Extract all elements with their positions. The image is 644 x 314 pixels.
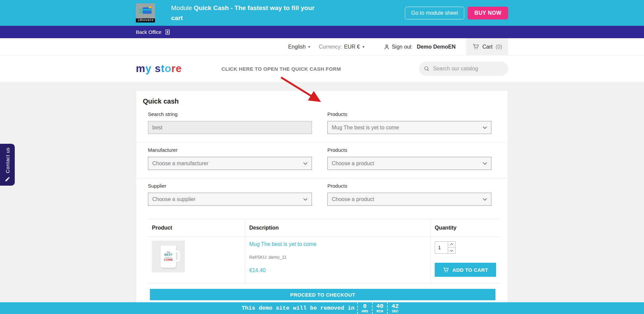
- module-header-bar: idnovate Module Quick Cash - The fastest…: [0, 0, 644, 26]
- quantity-increase-button[interactable]: [448, 241, 455, 248]
- sign-out-link[interactable]: Sign out: [384, 38, 412, 55]
- countdown-hours-unit: HRS: [362, 309, 368, 313]
- quick-cash-panel: Quick cash Search string Products Mug Th…: [136, 90, 508, 306]
- search-icon: [424, 66, 430, 72]
- form-row-manufacturer: Manufacturer Choose a manufacturer Produ…: [136, 142, 508, 178]
- back-office-bar: Back Office: [0, 26, 644, 38]
- product-image-cell: THE BEST IS YET TO COME: [148, 237, 245, 284]
- idnovate-logo-label: idnovate: [136, 18, 155, 22]
- countdown-minutes-value: 40: [376, 304, 384, 309]
- product-image[interactable]: THE BEST IS YET TO COME: [152, 241, 185, 272]
- countdown-minutes: 40 MIN: [372, 302, 387, 314]
- manufacturer-label: Manufacturer: [148, 147, 312, 153]
- form-row-search: Search string Products Mug The best is y…: [136, 107, 508, 142]
- user-name-link[interactable]: Demo DemoEN: [417, 38, 456, 55]
- store-header: my store CLICK HERE TO OPEN THE QUICK CA…: [0, 56, 644, 82]
- credit-card-icon: [139, 6, 152, 16]
- countdown-timer: 0 HRS 40 MIN 42 SEC: [357, 302, 402, 314]
- countdown-hours-value: 0: [362, 304, 368, 309]
- search-string-input[interactable]: [148, 121, 312, 134]
- product-description-cell: Mug The best is yet to come Ref/SKU: dem…: [245, 237, 431, 284]
- countdown-seconds-unit: SEC: [391, 309, 399, 313]
- quantity-stepper: [448, 241, 455, 254]
- go-to-module-sheet-button[interactable]: Go to module sheet: [405, 7, 465, 19]
- countdown-seconds-value: 42: [391, 304, 399, 309]
- cart-icon: [472, 43, 479, 50]
- chevron-down-icon: [450, 248, 453, 252]
- quick-cash-title: Quick cash: [143, 98, 508, 105]
- demo-countdown-bar: This demo site will be removed in 0 HRS …: [0, 302, 644, 314]
- chevron-down-icon: [483, 162, 487, 165]
- mug-graphic: THE BEST IS YET TO COME: [161, 246, 176, 268]
- products-label-1: Products: [327, 111, 491, 117]
- chevron-down-icon: [303, 162, 308, 165]
- caret-down-icon: ▾: [308, 45, 310, 49]
- module-title-prefix: Module: [171, 4, 194, 11]
- store-logo[interactable]: my store: [136, 63, 182, 75]
- mug-text: BEST: [164, 253, 172, 257]
- caret-down-icon: ▾: [363, 45, 364, 49]
- products-select-1[interactable]: Mug The best is yet to come: [327, 121, 491, 134]
- products-select-2[interactable]: Choose a product: [327, 157, 491, 170]
- product-quantity-cell: ADD TO CART: [431, 237, 500, 284]
- idnovate-logo: idnovate: [136, 3, 155, 22]
- mug-text: COME: [164, 258, 173, 262]
- cart-count: (0): [495, 44, 502, 50]
- currency-selector[interactable]: Currency: EUR € ▾: [319, 38, 364, 55]
- products-select-3[interactable]: Choose a product: [327, 193, 491, 206]
- module-title: Module Quick Cash - The fastest way to f…: [171, 3, 325, 23]
- contact-us-label: Contact us: [5, 147, 10, 173]
- products-select-1-value: Mug The best is yet to come: [332, 125, 399, 131]
- proceed-to-checkout-button[interactable]: PROCEED TO CHECKOUT: [150, 289, 495, 300]
- cart-button[interactable]: Cart (0): [466, 38, 508, 55]
- quantity-input[interactable]: [435, 241, 448, 254]
- column-header-quantity: Quantity: [431, 219, 500, 237]
- cart-label: Cart: [482, 44, 492, 50]
- products-select-2-value: Choose a product: [332, 161, 374, 167]
- add-to-cart-button[interactable]: ADD TO CART: [435, 263, 496, 277]
- language-label: English: [288, 44, 306, 50]
- buy-now-button[interactable]: BUY NOW: [468, 7, 508, 19]
- back-office-link[interactable]: Back Office: [136, 29, 161, 35]
- column-header-description: Description: [245, 219, 431, 237]
- add-to-cart-label: ADD TO CART: [452, 267, 488, 273]
- form-row-supplier: Supplier Choose a supplier Products Choo…: [136, 178, 508, 214]
- user-icon: [384, 44, 390, 50]
- countdown-hours: 0 HRS: [357, 302, 372, 314]
- products-label-3: Products: [327, 183, 491, 189]
- countdown-seconds: 42 SEC: [387, 302, 402, 314]
- manufacturer-select[interactable]: Choose a manufacturer: [148, 157, 312, 170]
- pencil-icon: [5, 176, 10, 182]
- demo-message: This demo site will be removed in: [241, 305, 355, 311]
- chevron-down-icon: [303, 198, 308, 201]
- supplier-select[interactable]: Choose a supplier: [148, 193, 312, 206]
- search-string-label: Search string: [148, 111, 312, 117]
- product-ref: Ref/SKU: demo_11: [249, 255, 426, 260]
- product-name-link[interactable]: Mug The best is yet to come: [249, 241, 317, 247]
- currency-value: EUR €: [344, 44, 360, 50]
- chevron-up-icon: [450, 243, 453, 247]
- search-input[interactable]: [433, 66, 500, 72]
- products-label-2: Products: [327, 147, 491, 153]
- contact-us-tab[interactable]: Contact us: [0, 144, 15, 186]
- column-header-product: Product: [148, 219, 245, 237]
- currency-label: Currency:: [319, 44, 342, 50]
- chevron-down-icon: [483, 198, 487, 201]
- exit-to-app-icon[interactable]: [164, 29, 171, 35]
- results-table: Product Description Quantity THE BEST IS…: [148, 219, 499, 284]
- supplier-label: Supplier: [148, 183, 312, 189]
- quantity-decrease-button[interactable]: [448, 248, 455, 254]
- language-selector[interactable]: English ▾: [288, 38, 310, 55]
- quick-cash-form-toggle[interactable]: CLICK HERE TO OPEN THE QUICK CASH FORM: [221, 66, 341, 72]
- countdown-minutes-unit: MIN: [376, 309, 384, 313]
- catalog-search[interactable]: [419, 62, 508, 76]
- supplier-select-value: Choose a supplier: [152, 196, 196, 202]
- chevron-down-icon: [483, 126, 487, 129]
- product-price: €14.40: [249, 267, 426, 273]
- manufacturer-select-value: Choose a manufacturer: [152, 161, 208, 167]
- account-bar: English ▾ Currency: EUR € ▾ Sign out Dem…: [0, 38, 644, 56]
- sign-out-label: Sign out: [392, 44, 412, 50]
- cart-icon: [443, 267, 449, 273]
- products-select-3-value: Choose a product: [332, 196, 374, 202]
